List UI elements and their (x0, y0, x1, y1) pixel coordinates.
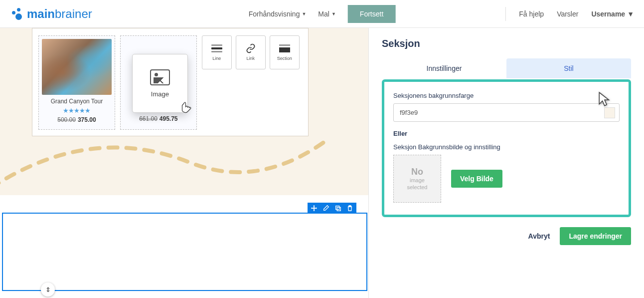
svg-rect-1 (337, 207, 340, 211)
panel-title: Seksjon (382, 38, 631, 49)
palette-image-label: Image (151, 90, 169, 98)
or-label: Eller (393, 130, 620, 137)
no-image-line2: selected (407, 184, 428, 191)
cancel-button[interactable]: Avbryt (528, 232, 550, 240)
nav-template[interactable]: Mal▼ (318, 10, 335, 18)
product-card-1[interactable]: Grand Canyon Tour ★★★★★ 500.00375.00 (38, 35, 115, 130)
image-placeholder[interactable]: No image selected (393, 155, 441, 203)
link-icon (245, 44, 256, 53)
copy-icon[interactable] (334, 205, 341, 212)
app-header: mainbrainer Forhåndsvisning▼ Mal▼ Fortse… (0, 0, 644, 28)
delete-icon[interactable] (346, 205, 353, 212)
product-price: 500.00375.00 (42, 116, 112, 123)
bg-image-row: No image selected Velg Bilde (393, 155, 620, 203)
selection-toolbar (308, 203, 356, 214)
product-image (42, 39, 112, 95)
bg-color-label: Seksjonens bakgrunnsfarge (393, 92, 620, 99)
price-old: 500.00 (57, 116, 76, 123)
panel-tabs: Innstillinger Stil (382, 58, 631, 78)
logo-text-main: main (27, 7, 55, 21)
edit-icon[interactable] (322, 205, 329, 212)
bg-color-input[interactable] (398, 107, 604, 118)
main-area: Grand Canyon Tour ★★★★★ 500.00375.00 Ima… (0, 28, 644, 298)
caret-down-icon: ▼ (627, 10, 634, 18)
palette-line-label: Line (212, 56, 221, 61)
caret-down-icon: ▼ (331, 11, 336, 16)
price-new: 495.75 (160, 115, 178, 122)
nav-template-label: Mal (318, 10, 329, 18)
save-button[interactable]: Lagre endringer (560, 227, 631, 245)
nav-preview[interactable]: Forhåndsvisning▼ (249, 10, 307, 18)
nav-username[interactable]: Username▼ (591, 10, 634, 18)
caret-down-icon: ▼ (302, 11, 306, 16)
username-label: Username (591, 10, 625, 18)
svg-rect-0 (336, 206, 339, 210)
palette-link-label: Link (247, 56, 255, 61)
palette-image-tile[interactable]: Image (132, 54, 188, 113)
logo[interactable]: mainbrainer (10, 7, 92, 21)
section-icon (279, 44, 290, 52)
mini-palette: Line Link Section (202, 35, 302, 130)
line-icon (211, 44, 222, 52)
style-highlight-box: Seksjonens bakgrunnsfarge Eller Seksjon … (382, 79, 631, 217)
cursor-hand-icon (180, 101, 192, 117)
price-old: 661.00 (139, 115, 158, 122)
image-icon (150, 69, 170, 85)
no-image-no: No (411, 167, 423, 177)
bg-image-label: Seksjon Bakgrunnsbilde og innstilling (393, 143, 620, 151)
product-title: Grand Canyon Tour (42, 98, 112, 105)
nav-alerts[interactable]: Varsler (557, 10, 578, 18)
palette-line[interactable]: Line (202, 35, 232, 69)
price-new: 375.00 (78, 116, 96, 123)
divider (505, 7, 506, 21)
resize-handle[interactable]: ⇕ (41, 283, 55, 297)
logo-dots-icon (10, 7, 24, 21)
star-rating-icon: ★★★★★ (42, 107, 112, 114)
logo-text-brainer: brainer (55, 7, 92, 21)
header-nav: Forhåndsvisning▼ Mal▼ Fortsett (249, 5, 396, 23)
header-right: Få hjelp Varsler Username▼ (505, 7, 634, 21)
no-image-line1: image (410, 177, 425, 184)
continue-button[interactable]: Fortsett (348, 5, 395, 23)
nav-preview-label: Forhåndsvisning (249, 10, 300, 18)
editor-row: Grand Canyon Tour ★★★★★ 500.00375.00 Ima… (32, 28, 309, 136)
move-icon[interactable] (311, 205, 318, 212)
palette-link[interactable]: Link (236, 35, 266, 69)
product-card-2[interactable]: Image ★★★★★ 661.00495.75 (120, 35, 197, 130)
panel-footer: Avbryt Lagre endringer (382, 227, 631, 245)
palette-section-label: Section (277, 56, 292, 61)
palette-section[interactable]: Section (270, 35, 300, 69)
tab-settings[interactable]: Innstillinger (382, 58, 506, 78)
bg-color-field[interactable] (393, 103, 620, 122)
nav-help[interactable]: Få hjelp (519, 10, 544, 18)
tab-style[interactable]: Stil (506, 58, 631, 78)
properties-panel: Seksjon Innstillinger Stil Seksjonens ba… (369, 28, 644, 298)
sort-icon: ⇕ (45, 286, 51, 294)
choose-image-button[interactable]: Velg Bilde (451, 170, 502, 188)
cursor-pointer-icon (597, 90, 614, 109)
selected-section[interactable]: ⇕ (2, 213, 367, 291)
canvas-area: Grand Canyon Tour ★★★★★ 500.00375.00 Ima… (0, 28, 369, 298)
